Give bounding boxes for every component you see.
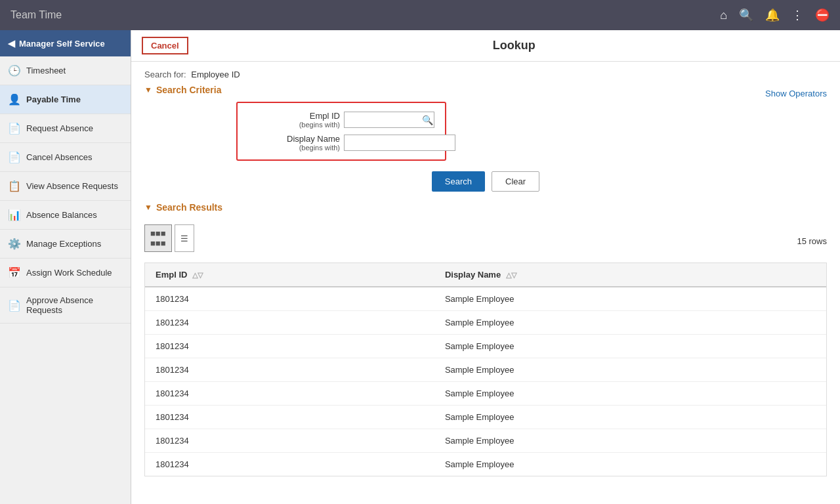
search-for-bar: Search for: Employee ID (144, 70, 827, 79)
approve-absence-icon: 📄 (8, 299, 21, 312)
grid-view-button[interactable]: ■■■■■■ (144, 224, 172, 252)
modal-body: Search for: Employee ID ▼ Search Criteri… (131, 62, 840, 504)
modal-header: Cancel Lookup (131, 30, 840, 62)
results-table: Empl ID △▽ Display Name △▽ (145, 263, 826, 476)
results-header-row: ▼ Search Results (144, 202, 827, 219)
results-table-wrap: Empl ID △▽ Display Name △▽ (144, 262, 827, 476)
table-header: Empl ID △▽ Display Name △▽ (145, 263, 826, 287)
results-tbody: 1801234Sample Employee1801234Sample Empl… (145, 287, 826, 476)
sort-icon-display-name: △▽ (506, 271, 516, 279)
cell-empl-id: 1801234 (145, 287, 434, 311)
cancel-absences-icon: 📄 (8, 151, 21, 163)
search-button[interactable]: Search (432, 171, 485, 192)
table-row[interactable]: 1801234Sample Employee (145, 335, 826, 358)
display-name-input[interactable] (344, 135, 455, 151)
cell-display-name: Sample Employee (434, 429, 826, 453)
table-row[interactable]: 1801234Sample Employee (145, 382, 826, 406)
table-header-row: Empl ID △▽ Display Name △▽ (145, 263, 826, 287)
search-criteria-toggle[interactable]: ▼ Search Criteria (144, 85, 222, 95)
results-collapse-icon: ▼ (144, 203, 152, 212)
sidebar-item-assign-work-schedule[interactable]: 📅 Assign Work Schedule (0, 259, 131, 287)
sidebar-item-cancel-absences[interactable]: 📄 Cancel Absences (0, 143, 131, 172)
sidebar-item-label: Timesheet (26, 66, 66, 75)
request-absence-icon: 📄 (8, 122, 21, 135)
show-operators-link[interactable]: Show Operators (765, 89, 827, 98)
table-row[interactable]: 1801234Sample Employee (145, 311, 826, 335)
display-name-field-row: Display Name (begins with) (248, 134, 434, 152)
ban-icon[interactable]: ⛔ (815, 8, 830, 22)
search-criteria-label: Search Criteria (156, 85, 222, 95)
empl-id-input-wrapper: 🔍 (344, 112, 434, 128)
col-display-name[interactable]: Display Name △▽ (434, 263, 826, 287)
view-absence-icon: 📋 (8, 180, 21, 192)
cell-display-name: Sample Employee (434, 311, 826, 335)
cell-empl-id: 1801234 (145, 453, 434, 476)
cell-empl-id: 1801234 (145, 382, 434, 406)
empl-id-search-icon-button[interactable]: 🔍 (422, 115, 433, 125)
home-icon[interactable]: ⌂ (720, 9, 727, 22)
list-view-button[interactable]: ☰ (175, 224, 194, 252)
sidebar-item-manage-exceptions[interactable]: ⚙️ Manage Exceptions (0, 230, 131, 259)
sidebar-item-view-absence-requests[interactable]: 📋 View Absence Requests (0, 172, 131, 201)
sidebar-item-label: Payable Time (26, 94, 81, 104)
search-criteria-section-header: ▼ Search Criteria Show Operators (144, 85, 827, 102)
modal-title: Lookup (199, 39, 830, 52)
col-empl-id[interactable]: Empl ID △▽ (145, 263, 434, 287)
more-icon[interactable]: ⋮ (791, 8, 803, 22)
cell-display-name: Sample Employee (434, 453, 826, 476)
table-row[interactable]: 1801234Sample Employee (145, 287, 826, 311)
search-results-section: ▼ Search Results ■■■■■■ ☰ 15 rows (144, 202, 827, 476)
table-row[interactable]: 1801234Sample Employee (145, 406, 826, 429)
assign-work-schedule-icon: 📅 (8, 266, 21, 279)
topbar-title: Team Time (10, 9, 62, 21)
sidebar: ◀ Manager Self Service 🕒 Timesheet 👤 Pay… (0, 30, 131, 504)
cell-empl-id: 1801234 (145, 358, 434, 382)
section-collapse-icon: ▼ (144, 85, 152, 94)
lookup-modal: Cancel Lookup Search for: Employee ID ▼ … (131, 30, 840, 504)
display-name-label: Display Name (begins with) (248, 134, 340, 152)
main-layout: ◀ Manager Self Service 🕒 Timesheet 👤 Pay… (0, 30, 840, 504)
sidebar-header[interactable]: ◀ Manager Self Service (0, 30, 131, 56)
empl-id-field-row: Empl ID (begins with) 🔍 (248, 111, 434, 129)
content-area: Cancel Lookup Search for: Employee ID ▼ … (131, 30, 840, 504)
search-results-label: Search Results (156, 202, 222, 213)
search-criteria-box: Empl ID (begins with) 🔍 Display Name (be… (236, 102, 446, 161)
sidebar-item-request-absence[interactable]: 📄 Request Absence (0, 114, 131, 143)
sidebar-item-label: View Absence Requests (26, 181, 118, 191)
empl-id-label: Empl ID (begins with) (248, 111, 340, 129)
back-arrow-icon: ◀ (8, 38, 15, 49)
cell-display-name: Sample Employee (434, 406, 826, 429)
clear-button[interactable]: Clear (492, 171, 539, 192)
sidebar-item-payable-time[interactable]: 👤 Payable Time (0, 85, 131, 114)
sidebar-header-label: Manager Self Service (19, 39, 105, 49)
sidebar-item-label: Approve Absence Requests (26, 295, 123, 315)
absence-balances-icon: 📊 (8, 209, 21, 221)
sidebar-item-absence-balances[interactable]: 📊 Absence Balances (0, 201, 131, 230)
sidebar-item-approve-absence-requests[interactable]: 📄 Approve Absence Requests (0, 287, 131, 324)
table-row[interactable]: 1801234Sample Employee (145, 453, 826, 476)
empl-id-input[interactable] (344, 112, 434, 128)
search-for-value: Employee ID (191, 70, 240, 79)
search-icon[interactable]: 🔍 (739, 8, 753, 22)
topbar: Team Time ⌂ 🔍 🔔 ⋮ ⛔ (0, 0, 840, 30)
cell-empl-id: 1801234 (145, 335, 434, 358)
cancel-button[interactable]: Cancel (142, 37, 188, 54)
payable-time-icon: 👤 (8, 93, 21, 106)
sidebar-item-label: Cancel Absences (26, 152, 92, 162)
sidebar-item-label: Absence Balances (26, 210, 97, 220)
sort-icon-empl-id: △▽ (192, 271, 203, 279)
search-results-toggle[interactable]: ▼ Search Results (144, 202, 222, 213)
sidebar-item-label: Request Absence (26, 123, 93, 133)
cell-display-name: Sample Employee (434, 335, 826, 358)
cell-display-name: Sample Employee (434, 287, 826, 311)
bell-icon[interactable]: 🔔 (765, 8, 780, 22)
cell-display-name: Sample Employee (434, 382, 826, 406)
table-row[interactable]: 1801234Sample Employee (145, 358, 826, 382)
view-toggle: ■■■■■■ ☰ (144, 224, 194, 252)
search-for-label: Search for: (144, 70, 186, 79)
cell-display-name: Sample Employee (434, 358, 826, 382)
sidebar-item-label: Manage Exceptions (26, 239, 101, 249)
sidebar-item-timesheet[interactable]: 🕒 Timesheet (0, 56, 131, 85)
action-buttons: Search Clear (144, 171, 827, 192)
table-row[interactable]: 1801234Sample Employee (145, 429, 826, 453)
